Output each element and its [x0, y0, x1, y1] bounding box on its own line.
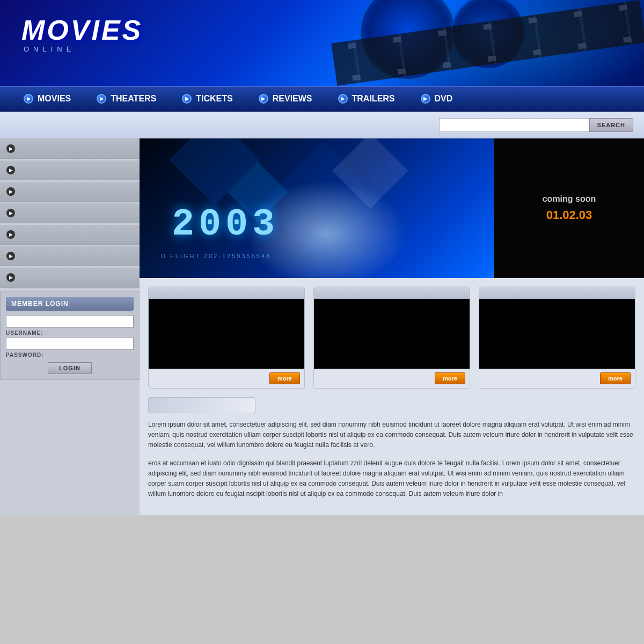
username-input[interactable]: [6, 315, 134, 328]
hero-year: 2003: [172, 203, 279, 246]
cards-section: more more more: [140, 278, 644, 515]
card-image-3: [479, 299, 635, 369]
member-login-title: MEMBER LOGIN: [6, 297, 134, 311]
hero-subtitle: D FLIGHT 202-1259356548: [161, 253, 271, 259]
movie-card-2: more: [313, 287, 470, 389]
nav-item-tickets[interactable]: ▶ Tickets: [169, 94, 245, 104]
nav-arrow-icon: ▶: [24, 94, 33, 104]
lorem-paragraph-2: eros at accumsan et iusto odio dignissim…: [148, 458, 635, 500]
nav-arrow-icon: ▶: [182, 94, 192, 104]
login-button[interactable]: LOGIN: [48, 362, 92, 374]
nav-item-theaters[interactable]: ▶ Theaters: [84, 94, 169, 104]
hero-right: coming soon 01.02.03: [494, 138, 644, 278]
sidebar-arrow-icon: ▶: [6, 230, 15, 239]
sidebar: ▶ ▶ ▶ ▶ ▶ ▶ ▶: [0, 138, 140, 515]
site-header: MOVIES ONLINE: [0, 0, 644, 86]
search-input[interactable]: [439, 118, 589, 132]
movie-card-1: more: [148, 287, 305, 389]
sidebar-item-5[interactable]: ▶: [0, 224, 140, 245]
sidebar-item-1[interactable]: ▶: [0, 138, 140, 159]
main-nav: ▶ Movies ▶ Theaters ▶ Tickets ▶ Reviews …: [0, 86, 644, 112]
nav-arrow-icon: ▶: [338, 94, 348, 104]
nav-item-trailers[interactable]: ▶ Trailers: [325, 94, 408, 104]
card-tab-3: [479, 287, 635, 299]
sidebar-arrow-icon: ▶: [6, 252, 15, 260]
password-label: PASSWORD:: [6, 352, 134, 358]
member-login-box: MEMBER LOGIN USERNAME: PASSWORD: LOGIN: [0, 291, 140, 380]
main-content: ▶ ▶ ▶ ▶ ▶ ▶ ▶: [0, 138, 644, 515]
coming-soon-label: coming soon: [543, 194, 596, 204]
lorem-paragraph-1: Lorem ipsum dolor sit amet, consectetuer…: [148, 420, 635, 451]
nav-item-movies[interactable]: ▶ Movies: [11, 94, 84, 104]
search-button[interactable]: SEARCH: [589, 118, 633, 132]
site-logo-title: MOVIES: [21, 16, 143, 44]
card-image-2: [314, 299, 470, 369]
nav-arrow-icon: ▶: [421, 94, 430, 104]
sidebar-arrow-icon: ▶: [6, 144, 15, 153]
sidebar-arrow-icon: ▶: [6, 166, 15, 174]
hero-left: 2003 D FLIGHT 202-1259356548: [140, 138, 494, 278]
hero-banner: 2003 D FLIGHT 202-1259356548 coming soon…: [140, 138, 644, 278]
card-image-1: [149, 299, 304, 369]
card-footer-3: more: [479, 369, 635, 388]
more-button-1[interactable]: more: [269, 372, 300, 384]
nav-arrow-icon: ▶: [97, 94, 106, 104]
search-bar: SEARCH: [0, 112, 644, 138]
sidebar-arrow-icon: ▶: [6, 273, 15, 282]
nav-item-dvd[interactable]: ▶ DVD: [408, 94, 466, 104]
site-logo-subtitle: ONLINE: [24, 45, 143, 53]
card-footer-1: more: [149, 369, 304, 388]
card-footer-2: more: [314, 369, 470, 388]
reel-decoration: [322, 0, 644, 86]
password-input[interactable]: [6, 337, 134, 350]
nav-arrow-icon: ▶: [259, 94, 268, 104]
sidebar-item-3[interactable]: ▶: [0, 181, 140, 202]
card-tab-2: [314, 287, 470, 299]
movie-card-3: more: [479, 287, 635, 389]
sidebar-arrow-icon: ▶: [6, 187, 15, 196]
bottom-bar: [148, 397, 255, 413]
sidebar-menu: ▶ ▶ ▶ ▶ ▶ ▶ ▶: [0, 138, 140, 288]
sidebar-item-2[interactable]: ▶: [0, 160, 140, 180]
nav-item-reviews[interactable]: ▶ Reviews: [246, 94, 325, 104]
sidebar-arrow-icon: ▶: [6, 209, 15, 217]
more-button-3[interactable]: more: [600, 372, 631, 384]
sidebar-item-7[interactable]: ▶: [0, 267, 140, 288]
coming-soon-date: 01.02.03: [546, 208, 592, 222]
username-label: USERNAME:: [6, 330, 134, 336]
content-area: 2003 D FLIGHT 202-1259356548 coming soon…: [140, 138, 644, 515]
movie-cards-row: more more more: [148, 287, 635, 389]
sidebar-item-6[interactable]: ▶: [0, 246, 140, 266]
more-button-2[interactable]: more: [435, 372, 465, 384]
card-tab-1: [149, 287, 304, 299]
sidebar-item-4[interactable]: ▶: [0, 203, 140, 223]
